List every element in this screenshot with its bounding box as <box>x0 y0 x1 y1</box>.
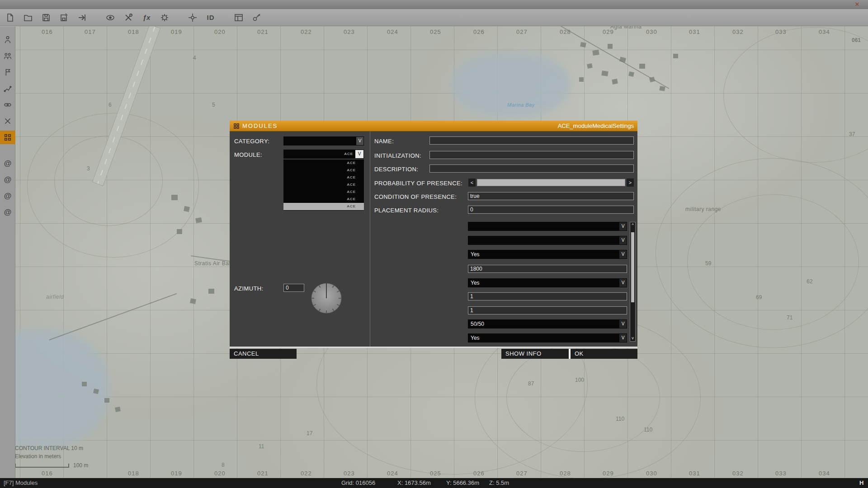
initialization-input[interactable] <box>429 151 634 159</box>
close-icon[interactable]: ✕ <box>853 0 862 9</box>
tools-button[interactable] <box>122 11 135 24</box>
panel-button[interactable] <box>232 11 245 24</box>
spot-height: 37 <box>849 131 855 137</box>
sidebar-tool-1[interactable]: @ <box>0 157 15 170</box>
scrollbar-thumb[interactable] <box>631 232 634 302</box>
grid-number: 019 <box>171 28 182 35</box>
sidebar-divider <box>0 147 15 157</box>
toolbar-misc-group <box>232 11 263 24</box>
sidebar-item-waypoints[interactable] <box>0 82 15 95</box>
statusbar-y: Y: 5666.36m <box>446 479 479 486</box>
description-label: DESCRIPTION: <box>374 166 418 173</box>
sea-patch <box>0 330 108 447</box>
module-list-item[interactable]: ACE <box>283 188 364 196</box>
scroll-up-icon[interactable]: ^ <box>630 222 635 228</box>
sidebar-item-triggers[interactable] <box>0 66 15 79</box>
setting-input-1[interactable]: 1800 <box>468 265 627 273</box>
azimuth-dial[interactable] <box>307 277 345 319</box>
module-list-item-selected[interactable]: ACE <box>283 203 364 210</box>
dropdown-value: Yes <box>471 333 480 343</box>
settings-scrollbar[interactable]: ^ v <box>630 222 636 342</box>
module-list-item[interactable]: ACE <box>283 196 364 203</box>
building <box>94 389 98 394</box>
chevron-down-icon[interactable]: V <box>619 250 627 258</box>
export-button[interactable] <box>76 11 89 24</box>
module-dropdown[interactable]: ACE V <box>283 150 364 159</box>
sidebar-item-units[interactable] <box>0 33 15 47</box>
cancel-button[interactable]: CANCEL <box>230 349 297 359</box>
setting-input-2[interactable]: 1 <box>468 292 627 300</box>
setting-dropdown-4[interactable]: Yes V <box>468 278 627 287</box>
name-input[interactable] <box>429 136 634 145</box>
scale-label: 100 m <box>73 462 88 469</box>
center-view-button[interactable] <box>186 11 199 24</box>
building <box>105 399 109 402</box>
placement-radius-input[interactable]: 0 <box>468 206 634 214</box>
sidebar-tool-4[interactable]: @ <box>0 206 15 219</box>
setting-dropdown-1[interactable]: V <box>468 222 627 231</box>
scroll-down-icon[interactable]: v <box>630 335 635 341</box>
grid-number: 017 <box>85 28 96 35</box>
module-dropdown-value: ACE <box>344 150 353 159</box>
building <box>593 50 599 55</box>
intel-button[interactable] <box>104 11 117 24</box>
building <box>184 206 189 211</box>
description-input[interactable] <box>429 164 634 173</box>
chevron-down-icon[interactable]: V <box>619 320 627 328</box>
map-scale-bar <box>15 464 69 468</box>
probability-decrease-button[interactable]: < <box>468 178 476 187</box>
module-list-item[interactable]: ACE <box>283 160 364 167</box>
sidebar-item-synchronize[interactable] <box>0 98 15 112</box>
grid-number: 024 <box>387 470 398 477</box>
sidebar-item-markers[interactable] <box>0 114 15 128</box>
grid-number: 024 <box>387 28 398 35</box>
module-list-item[interactable]: ACE <box>283 167 364 174</box>
grid-number: 022 <box>301 28 312 35</box>
save-as-button[interactable] <box>58 11 71 24</box>
open-folder-icon <box>23 13 33 23</box>
chevron-down-icon[interactable]: V <box>619 236 627 244</box>
grid-number: 032 <box>732 470 744 477</box>
module-list-item[interactable]: ACE <box>283 174 364 181</box>
sidebar-tool-2[interactable]: @ <box>0 173 15 187</box>
ok-button[interactable]: OK <box>571 349 637 359</box>
condition-input[interactable]: true <box>468 192 634 200</box>
show-info-button[interactable]: SHOW INFO <box>501 349 569 359</box>
grid-number: 034 <box>819 28 830 35</box>
chevron-down-icon[interactable]: V <box>356 137 363 145</box>
setting-dropdown-6[interactable]: Yes V <box>468 333 627 343</box>
dropdown-value: Yes <box>471 278 480 287</box>
chevron-down-icon[interactable]: V <box>355 150 363 158</box>
open-mission-button[interactable] <box>22 11 34 24</box>
module-list-item[interactable]: ACE <box>283 181 364 188</box>
azimuth-input[interactable]: 0 <box>283 284 304 292</box>
settings-button[interactable] <box>158 11 171 24</box>
save-icon <box>41 13 51 23</box>
group-icon <box>3 52 12 61</box>
setting-dropdown-3[interactable]: Yes V <box>468 250 627 259</box>
fx-icon: ƒx <box>143 14 151 21</box>
setting-dropdown-2[interactable]: V <box>468 236 627 245</box>
save-mission-button[interactable] <box>40 11 52 24</box>
probability-slider[interactable] <box>477 179 625 186</box>
functions-button[interactable]: ƒx <box>140 11 153 24</box>
setting-dropdown-5[interactable]: 50/50 V <box>468 319 627 328</box>
chevron-down-icon[interactable]: V <box>619 334 627 342</box>
dialog-titlebar[interactable]: MODULES ACE_moduleMedicalSettings <box>230 121 637 131</box>
sidebar-item-modules[interactable] <box>0 131 15 144</box>
new-file-icon <box>5 13 15 23</box>
show-ids-button[interactable]: ID <box>204 11 217 24</box>
module-listbox[interactable]: ACE ACE ACE ACE ACE ACE ACE <box>283 160 364 211</box>
elevation-legend: Elevation in meters <box>15 453 61 460</box>
placement-radius-label: PLACEMENT RADIUS: <box>374 207 439 214</box>
setting-input-3[interactable]: 1 <box>468 306 627 314</box>
probability-increase-button[interactable]: > <box>627 178 634 187</box>
chevron-down-icon[interactable]: V <box>619 222 627 230</box>
grid-number: 023 <box>344 470 355 477</box>
category-dropdown[interactable]: V <box>283 136 364 145</box>
chevron-down-icon[interactable]: V <box>619 279 627 287</box>
sidebar-tool-3[interactable]: @ <box>0 189 15 203</box>
new-mission-button[interactable] <box>4 11 16 24</box>
keys-button[interactable] <box>250 11 263 24</box>
sidebar-item-groups[interactable] <box>0 49 15 63</box>
